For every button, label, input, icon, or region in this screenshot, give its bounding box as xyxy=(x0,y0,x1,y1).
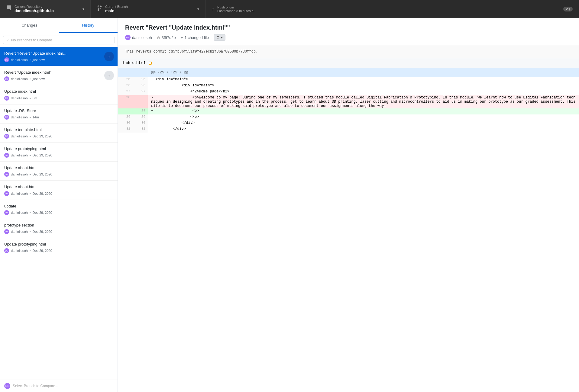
avatar: DS xyxy=(4,134,9,139)
commit-separator: • xyxy=(30,153,31,157)
commit-time: Dec 29, 2020 xyxy=(33,211,52,214)
commit-item[interactable]: Update template.html DS daniellesoh • De… xyxy=(0,124,118,143)
avatar: DS xyxy=(4,57,9,62)
gear-button[interactable]: ⚙ ▾ xyxy=(214,34,225,41)
commit-author: daniellesoh xyxy=(11,96,28,100)
line-num-new xyxy=(133,95,148,108)
commit-title: Update about.html xyxy=(4,184,113,190)
push-badge: 2 ↑ xyxy=(563,7,573,11)
line-num-old: 27 xyxy=(118,89,133,95)
commit-time: Dec 29, 2020 xyxy=(33,192,52,195)
commit-separator: • xyxy=(30,96,31,100)
avatar: DS xyxy=(4,210,9,215)
avatar: DS xyxy=(4,172,9,177)
files-meta: + 1 changed file xyxy=(181,35,209,40)
tab-history[interactable]: History xyxy=(59,18,118,33)
hunk-num-left xyxy=(118,69,133,76)
tab-changes[interactable]: Changes xyxy=(0,18,59,33)
branch-compare-input[interactable]: ⑂ No Branches to Compare xyxy=(3,36,115,44)
changed-files-count: 1 changed file xyxy=(184,35,209,40)
commit-title: Revert "Update index.html" xyxy=(4,70,113,75)
diff-line: 27 27 <h2>Home page</h2> xyxy=(118,89,579,95)
commit-separator: • xyxy=(30,115,31,119)
commit-item[interactable]: Update prototyping.html DS daniellesoh •… xyxy=(0,143,118,162)
commit-separator: • xyxy=(30,211,31,214)
commit-item[interactable]: Revert "Update index.html" DS danielleso… xyxy=(0,66,118,85)
branch-icon xyxy=(97,5,102,12)
branch-compare-label: No Branches to Compare xyxy=(11,38,52,42)
commit-item[interactable]: prototype section DS daniellesoh • Dec 2… xyxy=(0,219,118,238)
commit-author: daniellesoh xyxy=(11,172,28,176)
diff-hunk-header: @@ -25,7 +25,7 @@ xyxy=(118,68,579,77)
line-num-new: 30 xyxy=(133,120,148,127)
repo-icon xyxy=(6,5,11,12)
hunk-header-content: @@ -25,7 +25,7 @@ xyxy=(148,69,579,76)
commit-author: daniellesoh xyxy=(11,249,28,252)
sidebar-bottom[interactable]: DS Select Branch to Compare... xyxy=(0,380,118,392)
commit-time: 8m xyxy=(33,96,37,100)
commit-item[interactable]: Update about.html DS daniellesoh • Dec 2… xyxy=(0,162,118,181)
line-num-old: 31 xyxy=(118,127,133,133)
file-name: index.html xyxy=(122,61,146,65)
avatar: DS xyxy=(4,115,9,120)
push-button[interactable]: ↑ xyxy=(104,52,114,61)
commit-author: daniellesoh xyxy=(11,230,28,233)
commit-time: Dec 29, 2020 xyxy=(33,153,52,157)
commit-title: Update prototyping.html xyxy=(4,146,113,152)
push-button[interactable]: ↑ xyxy=(104,71,114,80)
avatar: DS xyxy=(4,96,9,101)
commit-separator: • xyxy=(30,172,31,176)
main-layout: Changes History ⑂ No Branches to Compare… xyxy=(0,18,579,392)
commit-title: Update .DS_Store xyxy=(4,108,113,114)
commit-meta: DS daniellesoh • Dec 29, 2020 xyxy=(4,172,113,177)
avatar: DS xyxy=(4,76,9,81)
diff-area: index.html @@ -25,7 +25,7 @@ 25 25 <div … xyxy=(118,58,579,392)
commit-time: Dec 29, 2020 xyxy=(33,249,52,252)
diff-line: 31 31 </div> xyxy=(118,127,579,133)
line-content: - <p>Welcome to my page! During one of m… xyxy=(148,95,579,108)
line-num-new: 28 xyxy=(133,108,148,114)
commit-item[interactable]: Update prototyping.html DS daniellesoh •… xyxy=(0,238,118,257)
commit-hash: 3f97d2e xyxy=(162,35,176,40)
gear-chevron-icon: ▾ xyxy=(221,35,223,40)
diff-line: 26 26 <div id="main"> xyxy=(118,83,579,89)
push-badge-arrow: ↑ xyxy=(569,7,571,11)
branch-chevron-icon: ▾ xyxy=(197,7,199,11)
line-num-old: 28 xyxy=(118,95,133,108)
push-icon: ↑ xyxy=(212,6,214,12)
avatar-bottom: DS xyxy=(4,383,10,389)
commit-item[interactable]: Update .DS_Store DS daniellesoh • 14m xyxy=(0,104,118,124)
repo-section[interactable]: Current Repository daniellesoh.github.io… xyxy=(0,0,91,18)
branch-compare-icon: ⑂ xyxy=(6,38,9,42)
hash-meta: ⊖ 3f97d2e xyxy=(157,35,176,40)
commit-author: daniellesoh xyxy=(11,153,28,157)
branch-compare: ⑂ No Branches to Compare xyxy=(0,33,118,47)
commit-author: daniellesoh xyxy=(11,192,28,195)
line-content: <div id="main"> xyxy=(148,77,579,83)
commit-header: Revert "Revert "Update index.html"" DS d… xyxy=(118,18,579,45)
sidebar: Changes History ⑂ No Branches to Compare… xyxy=(0,18,118,392)
push-section[interactable]: ↑ Push origin Last fetched 8 minutes a..… xyxy=(205,0,579,18)
topbar: Current Repository daniellesoh.github.io… xyxy=(0,0,579,18)
diff-file-header: index.html xyxy=(118,58,579,68)
commit-meta: DS daniellesoh • Dec 29, 2020 xyxy=(4,248,113,253)
commit-item[interactable]: Update about.html DS daniellesoh • Dec 2… xyxy=(0,181,118,200)
branch-section[interactable]: Current Branch main ▾ xyxy=(91,0,205,18)
gear-icon: ⚙ xyxy=(216,35,220,40)
avatar: DS xyxy=(4,153,9,158)
commit-separator: • xyxy=(30,77,31,81)
commit-item[interactable]: Revert "Revert "Update index.htm... DS d… xyxy=(0,47,118,66)
commit-separator: • xyxy=(30,230,31,233)
commit-author: daniellesoh xyxy=(11,58,28,62)
commit-separator: • xyxy=(30,134,31,138)
line-content: <h2>Home page</h2> xyxy=(148,89,579,95)
commit-item[interactable]: Update index.html DS daniellesoh • 8m xyxy=(0,85,118,104)
push-count: 2 xyxy=(566,7,568,11)
commit-meta: DS daniellesoh • 14m xyxy=(4,115,113,120)
push-sub: Last fetched 8 minutes a... xyxy=(217,9,560,13)
branch-label: Current Branch xyxy=(105,5,194,8)
diff-line: 25 25 <div id="main"> xyxy=(118,77,579,83)
line-num-old: 25 xyxy=(118,77,133,83)
commit-time: Dec 29, 2020 xyxy=(33,172,52,176)
commit-item[interactable]: update DS daniellesoh • Dec 29, 2020 xyxy=(0,200,118,219)
